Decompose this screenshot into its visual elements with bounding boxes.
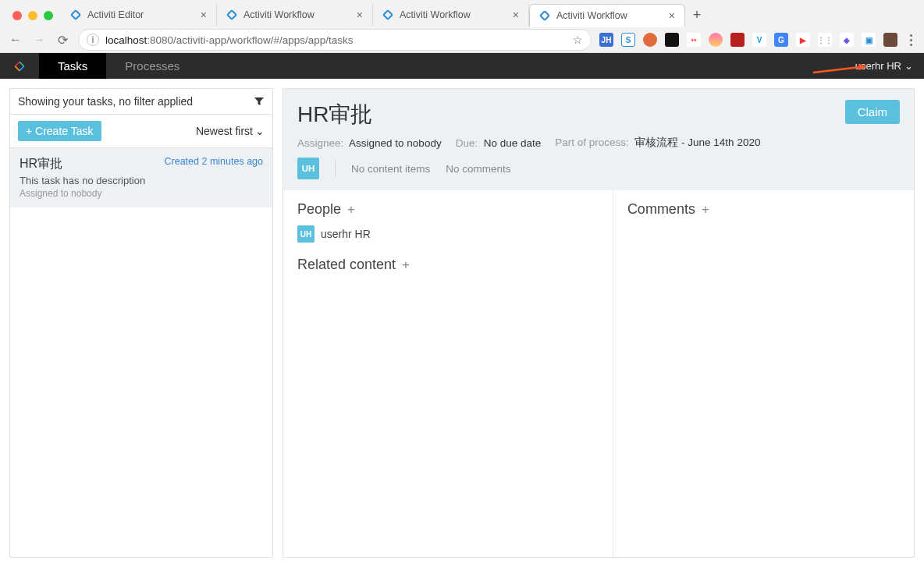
nav-tasks[interactable]: Tasks	[39, 53, 106, 79]
maximize-window-icon[interactable]	[44, 11, 53, 20]
browser-tab[interactable]: Activiti Workflow ×	[373, 3, 529, 27]
app-logo[interactable]	[0, 53, 39, 79]
person-avatar: UH	[297, 225, 315, 243]
forward-button[interactable]: →	[31, 33, 47, 47]
claim-button[interactable]: Claim	[845, 100, 900, 124]
browser-tab[interactable]: Activiti Editor ×	[61, 3, 217, 27]
extensions-row: JH S •• V G ▶ ⋮⋮ ◈ ▣	[599, 33, 916, 47]
comments-section-header: Comments +	[627, 201, 900, 218]
profile-avatar-icon[interactable]	[883, 33, 897, 47]
close-window-icon[interactable]	[12, 11, 22, 20]
process-label: Part of process:	[555, 136, 629, 148]
comments-label: Comments	[627, 201, 695, 218]
filter-text: Showing your tasks, no filter applied	[18, 95, 193, 108]
activiti-favicon-icon	[382, 9, 393, 20]
new-tab-button[interactable]: +	[685, 3, 709, 27]
extension-icon[interactable]: ⋮⋮	[818, 33, 832, 47]
chevron-down-icon: ⌄	[255, 125, 265, 137]
person-name: userhr HR	[321, 228, 371, 240]
process-value[interactable]: 审核流程 - June 14th 2020	[634, 136, 760, 148]
site-info-icon[interactable]: i	[87, 34, 99, 46]
reload-button[interactable]: ⟳	[55, 33, 70, 48]
browser-chrome: Activiti Editor × Activiti Workflow × Ac…	[0, 0, 924, 53]
extension-icon[interactable]: ▣	[862, 33, 876, 47]
close-tab-icon[interactable]: ×	[357, 9, 363, 20]
add-people-icon[interactable]: +	[347, 202, 355, 218]
close-tab-icon[interactable]: ×	[669, 10, 675, 21]
nav-label: Processes	[125, 59, 179, 73]
extension-icon[interactable]	[730, 33, 745, 47]
address-bar[interactable]: i localhost:8080/activiti-app/workflow/#…	[78, 29, 592, 51]
url-port: :8080	[147, 34, 173, 46]
browser-tab-active[interactable]: Activiti Workflow ×	[529, 4, 685, 27]
browser-menu-icon[interactable]	[905, 34, 916, 46]
browser-tab[interactable]: Activiti Workflow ×	[217, 3, 373, 27]
task-assignee: Assigned to nobody	[20, 188, 263, 199]
filter-icon[interactable]	[254, 96, 265, 107]
task-detail-panel: HR审批 Claim Assignee: Assigned to nobody …	[283, 88, 915, 558]
nav-label: Tasks	[58, 59, 87, 73]
app-header: Tasks Processes userhr HR ⌄	[0, 53, 924, 79]
user-name: userhr HR	[855, 60, 901, 72]
activiti-logo-icon	[14, 61, 25, 72]
add-comment-icon[interactable]: +	[702, 202, 709, 218]
task-detail-header: HR审批 Claim Assignee: Assigned to nobody …	[283, 89, 914, 190]
separator	[335, 161, 336, 176]
window-controls[interactable]	[6, 11, 61, 27]
no-content-text: No content items	[351, 163, 430, 175]
tab-title: Activiti Workflow	[400, 9, 471, 20]
people-label: People	[297, 201, 341, 218]
no-comments-text: No comments	[446, 163, 510, 175]
close-tab-icon[interactable]: ×	[513, 9, 519, 20]
extension-icon[interactable]	[665, 33, 679, 47]
task-list-item[interactable]: HR审批 Created 2 minutes ago This task has…	[10, 148, 272, 207]
url-path: /activiti-app/workflow/#/apps/app/tasks	[173, 34, 353, 46]
assignee-label: Assignee:	[297, 137, 343, 149]
extension-icon[interactable]	[709, 33, 723, 47]
due-value[interactable]: No due date	[484, 137, 542, 149]
extension-icon[interactable]: ••	[687, 33, 701, 47]
related-content-section-header: Related content +	[297, 257, 599, 273]
extension-icon[interactable]: V	[752, 33, 766, 47]
extension-icon[interactable]: ◈	[840, 33, 854, 47]
task-created-meta: Created 2 minutes ago	[165, 156, 263, 172]
task-list-panel: Showing your tasks, no filter applied + …	[9, 88, 273, 558]
task-description: This task has no description	[20, 175, 263, 186]
url-host: localhost	[105, 34, 147, 46]
sort-dropdown[interactable]: Newest first ⌄	[196, 125, 265, 137]
assignee-value[interactable]: Assigned to nobody	[349, 137, 442, 149]
add-content-icon[interactable]: +	[402, 257, 410, 273]
task-detail-title: HR审批	[297, 100, 372, 129]
extension-icon[interactable]: S	[621, 33, 635, 47]
tab-title: Activiti Workflow	[556, 10, 627, 21]
tab-title: Activiti Editor	[87, 9, 144, 20]
filter-bar[interactable]: Showing your tasks, no filter applied	[10, 89, 272, 115]
extension-icon[interactable]: ▶	[796, 33, 810, 47]
create-task-button[interactable]: + Create Task	[18, 121, 101, 141]
people-section-header: People +	[297, 201, 599, 218]
nav-processes[interactable]: Processes	[106, 53, 198, 79]
tab-title: Activiti Workflow	[243, 9, 315, 20]
close-tab-icon[interactable]: ×	[201, 9, 207, 20]
activiti-favicon-icon	[70, 9, 81, 20]
chevron-down-icon: ⌄	[904, 60, 913, 72]
task-title: HR审批	[20, 156, 62, 172]
back-button[interactable]: ←	[8, 33, 23, 47]
user-menu[interactable]: userhr HR ⌄	[844, 53, 924, 79]
minimize-window-icon[interactable]	[28, 11, 37, 20]
activiti-favicon-icon	[539, 10, 550, 21]
bookmark-icon[interactable]: ☆	[573, 34, 583, 46]
sort-label: Newest first	[196, 125, 253, 137]
task-avatar: UH	[297, 158, 319, 179]
due-label: Due:	[456, 137, 478, 149]
activiti-favicon-icon	[226, 9, 237, 20]
related-content-label: Related content	[297, 257, 396, 273]
extension-icon[interactable]: JH	[599, 33, 613, 47]
extension-icon[interactable]: G	[774, 33, 788, 47]
extension-icon[interactable]	[643, 33, 657, 47]
person-row[interactable]: UH userhr HR	[297, 225, 599, 243]
